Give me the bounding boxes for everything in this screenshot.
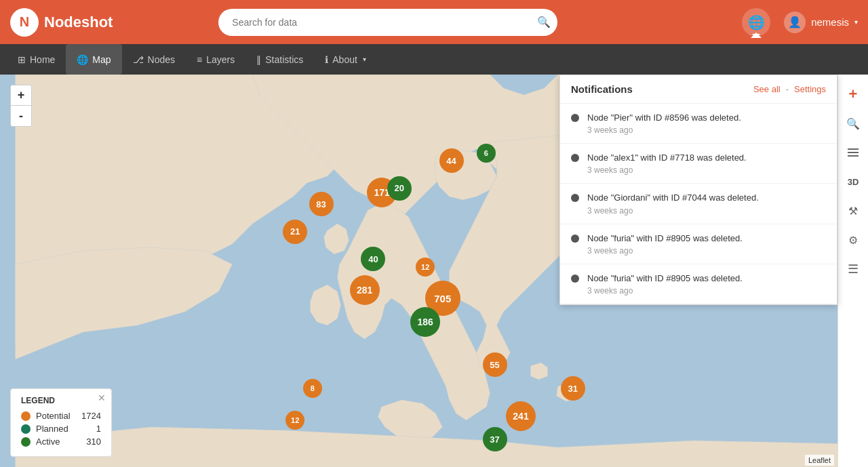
layers-map-icon [846,146,860,159]
user-menu[interactable]: 👤 nemesis ▾ [784,12,858,33]
tools-button[interactable]: ⚒ [840,198,866,224]
search-button[interactable]: 🔍 [537,16,551,28]
notif-time-2: 3 weeks ago [587,206,826,216]
layers-icon: ≡ [197,54,202,65]
logo[interactable]: N Nodeshot [10,8,113,37]
nav-map[interactable]: 🌐 Map [66,44,121,75]
notif-content-3: Node "furia" with ID #8905 was deleted. … [587,232,826,256]
marker-281-label: 281 [357,285,372,296]
globe-icon: 🌐 [748,14,765,31]
marker-44[interactable]: 44 [439,148,464,173]
legend-dot-potential [21,411,31,421]
marker-241[interactable]: 241 [506,401,536,431]
marker-12b-label: 12 [291,416,299,424]
search-map-button[interactable]: 🔍 [840,110,866,136]
settings-link[interactable]: Settings [794,84,826,94]
layers-map-button[interactable] [840,140,866,165]
add-node-button[interactable]: + [840,81,866,107]
search-bar: 🔍 [218,9,557,36]
list-map-button[interactable]: ☰ [840,256,866,282]
marker-55[interactable]: 55 [483,352,507,377]
notifications-header: Notifications See all - Settings [560,75,837,104]
header: N Nodeshot 🔍 🌐 👤 nemesis ▾ [0,0,868,44]
notif-text-1: Node "alex1" with ID #7718 was deleted. [587,152,826,164]
notification-item-3[interactable]: Node "furia" with ID #8905 was deleted. … [560,224,837,264]
notif-content-4: Node "furia" with ID #8905 was deleted. … [587,272,826,296]
legend-item-potential: Potential 1724 [21,411,101,421]
marker-83-label: 83 [316,199,326,209]
marker-12a[interactable]: 12 [416,258,435,277]
notif-dot-3 [571,235,579,243]
nav-layers-label: Layers [206,54,235,65]
marker-186[interactable]: 186 [410,307,440,337]
marker-20[interactable]: 20 [387,176,412,201]
marker-12a-label: 12 [421,263,429,271]
zoom-out-button[interactable]: - [11,106,31,126]
notification-item-0[interactable]: Node "Pier" with ID #8596 was deleted. 3… [560,104,837,144]
nav-home-label: Home [30,54,55,65]
legend-count-potential: 1724 [81,411,101,421]
notifications-panel: Notifications See all - Settings Node "P… [559,75,837,305]
notif-dot-4 [571,275,579,283]
marker-6[interactable]: 6 [477,144,496,163]
notif-text-4: Node "furia" with ID #8905 was deleted. [587,272,826,285]
see-all-link[interactable]: See all [753,84,781,94]
legend-label-planned: Planned [36,424,68,434]
about-icon: ℹ [325,54,328,65]
legend-count-planned: 1 [96,424,101,434]
marker-83[interactable]: 83 [309,192,334,216]
notif-text-0: Node "Pier" with ID #8596 was deleted. [587,112,826,124]
notif-text-2: Node "Giordani" with ID #7044 was delete… [587,192,826,204]
notification-item-4[interactable]: Node "furia" with ID #8905 was deleted. … [560,264,837,304]
nav-statistics-label: Statistics [265,54,303,65]
legend-label-potential: Potential [36,411,71,421]
marker-37[interactable]: 37 [483,427,507,451]
leaflet-attribution: Leaflet [805,455,834,466]
marker-186-label: 186 [418,317,433,327]
search-input[interactable] [218,9,557,36]
notif-content-2: Node "Giordani" with ID #7044 was delete… [587,192,826,215]
map-container[interactable]: 171 44 6 83 20 21 40 12 281 705 186 8 12… [0,75,868,467]
marker-8[interactable]: 8 [303,379,322,398]
notifications-title: Notifications [571,83,633,95]
marker-12b[interactable]: 12 [285,411,304,430]
nav-layers[interactable]: ≡ Layers [186,44,245,75]
nav-nodes[interactable]: ⎇ Nodes [122,44,186,75]
avatar: 👤 [784,12,806,33]
logo-text: Nodeshot [44,14,113,31]
legend-dot-planned [21,424,31,434]
marker-241-label: 241 [513,411,528,422]
nav-statistics[interactable]: ∥ Statistics [245,44,314,75]
marker-37-label: 37 [490,434,499,445]
user-name: nemesis [811,16,849,28]
notif-content-1: Node "alex1" with ID #7718 was deleted. … [587,152,826,175]
nav-about[interactable]: ℹ About ▾ [314,44,377,75]
notification-item-1[interactable]: Node "alex1" with ID #7718 was deleted. … [560,144,837,184]
marker-21[interactable]: 21 [283,220,307,244]
legend-label-active: Active [36,436,60,447]
notif-text-3: Node "furia" with ID #8905 was deleted. [587,232,826,245]
legend-close-button[interactable]: ✕ [98,392,106,403]
3d-button[interactable]: 3D [840,169,866,195]
marker-8-label: 8 [311,384,315,392]
map-icon: 🌐 [77,54,88,65]
notif-time-3: 3 weeks ago [587,246,826,256]
marker-31[interactable]: 31 [561,376,585,401]
settings-map-button[interactable]: ⚙ [840,227,866,253]
marker-281[interactable]: 281 [350,275,380,305]
zoom-in-button[interactable]: + [11,85,31,106]
language-button[interactable]: 🌐 [742,8,770,37]
zoom-controls: + - [10,85,32,127]
header-right: 🌐 👤 nemesis ▾ [742,8,858,37]
marker-31-label: 31 [568,384,578,394]
leaflet-text: Leaflet [808,456,831,464]
notifications-actions: See all - Settings [753,84,826,94]
nav-home[interactable]: ⊞ Home [7,44,66,75]
svg-rect-3 [848,155,859,157]
marker-40[interactable]: 40 [361,247,385,271]
logo-icon: N [10,8,39,37]
notification-item-2[interactable]: Node "Giordani" with ID #7044 was delete… [560,184,837,224]
marker-20-label: 20 [395,183,404,193]
notif-time-0: 3 weeks ago [587,125,826,135]
notif-time-1: 3 weeks ago [587,165,826,175]
